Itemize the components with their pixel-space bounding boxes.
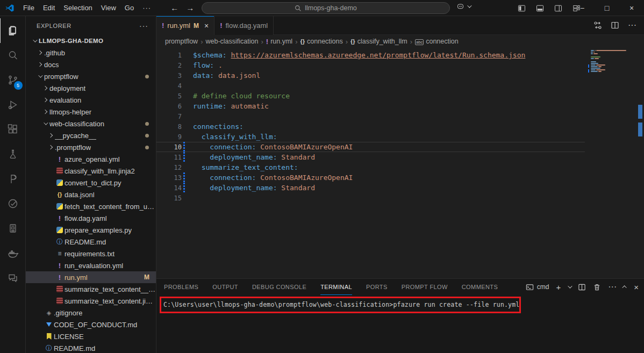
tree-folder-evaluation[interactable]: evaluation [26,94,156,106]
tree-file-data-jsonl[interactable]: {}data.jsonl [26,189,156,200]
minimize-button[interactable]: − [570,0,595,16]
tree-file-code-of-conduct-md[interactable]: CODE_OF_CONDUCT.md [26,319,156,330]
code-line-15[interactable]: 15 [156,193,585,203]
breadcrumb-item-promptflow[interactable]: promptflow [165,38,198,45]
breadcrumb-item-web-classification[interactable]: web-classification [205,38,258,45]
code-line-1[interactable]: 1$schema: https://azuremlschemas.azureed… [156,50,585,60]
code-line-6[interactable]: 6runtime: automatic [156,101,585,111]
overview-ruler[interactable] [636,48,644,278]
tree-file--gitignore[interactable]: ◈.gitignore [26,307,156,319]
tab-flow-dag-yaml[interactable]: !flow.dag.yaml [214,16,274,35]
close-panel-icon[interactable]: × [634,283,639,292]
editor-more-actions-icon[interactable]: ··· [628,20,636,30]
copilot-menu[interactable] [456,2,470,11]
menu-item-view[interactable]: View [97,4,120,12]
close-button[interactable]: × [619,0,644,16]
code-editor[interactable]: 1$schema: https://azuremlschemas.azureed… [156,48,644,278]
tree-folder--promptflow[interactable]: .promptflow [26,141,156,153]
minimap[interactable] [588,50,635,74]
code-line-8[interactable]: 8connections: [156,121,585,132]
code-line-12[interactable]: 12 summarize_text_content: [156,162,585,172]
promptflow-icon[interactable] [0,167,26,191]
code-line-10[interactable]: 10 connection: ContosoBAMIAzureOpenAI [156,142,585,152]
nav-back-icon[interactable]: ← [170,3,178,12]
trash-icon[interactable] [593,283,601,291]
tab-close-icon[interactable]: × [204,21,209,30]
menu-item-edit[interactable]: Edit [39,4,59,12]
shell-label[interactable]: cmd [537,283,549,291]
panel-tab-terminal[interactable]: TERMINAL [320,279,352,295]
code-line-7[interactable]: 7 [156,111,585,121]
open-changes-icon[interactable] [593,21,602,30]
tree-file-azure-openai-yml[interactable]: !azure_openai.yml [26,153,156,165]
breadcrumb-item-run-yml[interactable]: !run.yml [266,38,292,46]
tree-file-classify-with-llm-jinja2[interactable]: classify_with_llm.jinja2 [26,165,156,177]
tree-folder-deployment[interactable]: deployment [26,82,156,94]
code-line-14[interactable]: 14 deployment_name: Standard [156,183,585,193]
tree-file-readme-md[interactable]: ⓘREADME.md [26,342,156,353]
tree-file-flow-dag-yaml[interactable]: !flow.dag.yaml [26,212,156,224]
azure-check-icon[interactable] [0,191,26,216]
tree-folder--pycache-[interactable]: __pycache__ [26,129,156,141]
explorer-icon[interactable] [0,18,26,43]
tree-file-requirements-txt[interactable]: ≡requirements.txt [26,248,156,260]
tab-run-yml[interactable]: !run.ymlM× [156,16,214,35]
docker-icon[interactable] [0,241,26,265]
breadcrumb-item-connection[interactable]: abcconnection [415,38,459,45]
tree-folder--github[interactable]: .github [26,47,156,59]
menu-item-go[interactable]: Go [120,4,138,12]
tree-file-license[interactable]: LICENSE [26,330,156,342]
split-terminal-icon[interactable] [578,283,586,291]
extensions-icon[interactable] [0,117,26,142]
tree-folder-web-classification[interactable]: web-classification [26,118,156,129]
code-line-4[interactable]: 4 [156,81,585,91]
tree-file-prepare-examples-py[interactable]: prepare_examples.py [26,224,156,236]
menu-item-selection[interactable]: Selection [59,4,96,12]
code-line-11[interactable]: 11 deployment_name: Standard [156,152,585,162]
tree-file-convert-to-dict-py[interactable]: convert_to_dict.py [26,177,156,189]
run-debug-icon[interactable] [0,92,26,117]
command-center-search[interactable]: llmops-gha-demo [202,2,450,14]
chevron-down-icon[interactable] [568,284,572,288]
explorer-more-actions-icon[interactable]: ··· [139,21,148,30]
tree-file-summarize-text-content-jinja2[interactable]: summarize_text_content.jinja2 [26,295,156,307]
menu-item-file[interactable]: File [19,4,39,12]
doc-extension-icon[interactable] [0,216,26,241]
nav-forward-icon[interactable]: → [186,3,194,12]
tree-file-run-yml[interactable]: !run.ymlM [26,271,156,283]
toggle-secondary-sidebar-icon[interactable] [554,4,563,13]
tree-folder-docs[interactable]: docs [26,59,156,70]
tree-file-readme-md[interactable]: ⓘREADME.md [26,236,156,248]
new-terminal-icon[interactable]: + [556,283,561,292]
code-line-13[interactable]: 13 connection: ContosoBAMIAzureOpenAI [156,172,585,183]
code-line-9[interactable]: 9 classify_with_llm: [156,132,585,142]
menu-item-···[interactable]: ··· [138,4,155,12]
tree-file-summarize-text-content-varian-[interactable]: summarize_text_content__varian... [26,283,156,295]
panel-tab-debug-console[interactable]: DEBUG CONSOLE [252,279,306,295]
code-line-2[interactable]: 2flow: . [156,60,585,70]
tree-folder-llmops-helper[interactable]: llmops-helper [26,106,156,118]
maximize-button[interactable]: □ [595,0,619,16]
panel-tab-output[interactable]: OUTPUT [212,279,238,295]
panel-tab-prompt-flow[interactable]: PROMPT FLOW [402,279,448,295]
tree-folder-promptflow[interactable]: promptflow [26,70,156,82]
toggle-primary-sidebar-icon[interactable] [517,4,526,13]
toggle-panel-icon[interactable] [535,4,545,13]
code-line-3[interactable]: 3data: data.jsonl [156,70,585,81]
tree-file-fetch-text-content-from-url-py[interactable]: fetch_text_content_from_url.py [26,200,156,212]
panel-tab-problems[interactable]: PROBLEMS [164,279,198,295]
comments-icon[interactable] [0,265,26,290]
panel-tab-comments[interactable]: COMMENTS [462,279,498,295]
panel-tab-ports[interactable]: PORTS [366,279,388,295]
maximize-panel-icon[interactable] [622,285,627,290]
split-editor-icon[interactable] [611,21,619,30]
breadcrumb-item-classify-with-llm[interactable]: {}classify_with_llm [350,38,407,45]
tree-folder-llmops-gha-demo[interactable]: LLMOPS-GHA-DEMO [26,35,156,47]
terminal-output[interactable]: C:\Users\user\llmops-gha-demo\promptflow… [156,295,644,353]
code-line-5[interactable]: 5# define cloud resource [156,91,585,101]
test-beaker-icon[interactable] [0,142,26,167]
panel-more-actions-icon[interactable]: ··· [608,282,617,292]
tree-file-run-evaluation-yml[interactable]: !run_evaluation.yml [26,260,156,271]
search-icon[interactable] [0,43,26,68]
source-control-icon[interactable]: 5 [0,68,26,92]
